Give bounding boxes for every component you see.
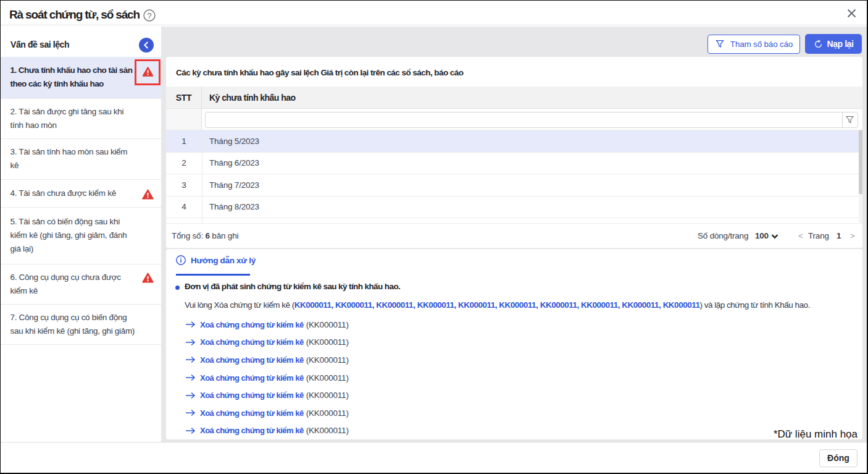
svg-text:?: ? — [147, 11, 152, 20]
